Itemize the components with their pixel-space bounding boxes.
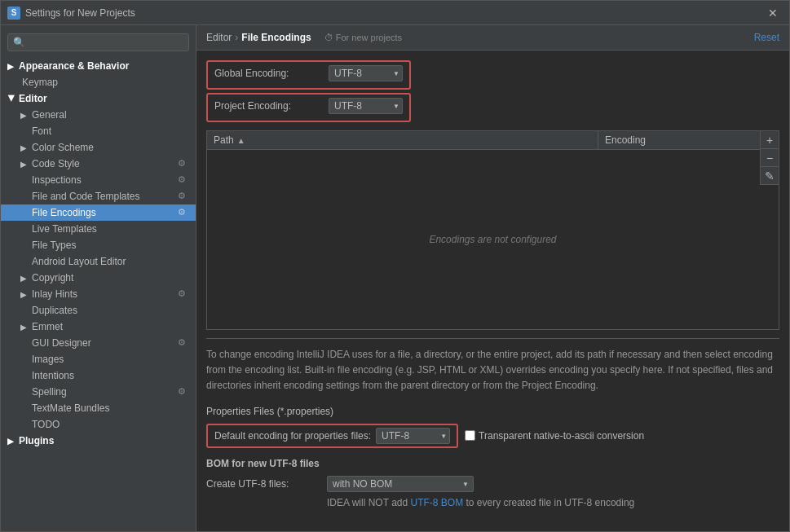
sidebar-item-live-templates[interactable]: Live Templates — [1, 221, 196, 237]
color-arrow-icon: ▶ — [20, 143, 29, 152]
sidebar-item-appearance[interactable]: ▶ Appearance & Behavior — [1, 58, 196, 74]
window-title: Settings for New Projects — [25, 7, 763, 19]
title-bar: S Settings for New Projects ✕ — [1, 1, 789, 25]
sidebar-item-file-encodings[interactable]: File Encodings ⚙ — [1, 204, 196, 221]
default-encoding-label: Default encoding for properties files: — [214, 430, 371, 442]
breadcrumb: Editor › File Encodings — [206, 32, 311, 43]
sidebar-item-emmet[interactable]: ▶ Emmet — [1, 319, 196, 335]
sidebar-item-android-layout-editor[interactable]: Android Layout Editor — [1, 253, 196, 270]
sidebar-item-font[interactable]: Font — [1, 123, 196, 139]
reset-button[interactable]: Reset — [754, 32, 779, 43]
sidebar-item-keymap[interactable]: Keymap — [1, 74, 196, 90]
sidebar-item-gui-designer[interactable]: GUI Designer ⚙ — [1, 335, 196, 351]
right-panel: Editor › File Encodings ⏱ For new projec… — [196, 25, 789, 531]
file-types-arrow-spacer — [20, 241, 29, 250]
sidebar-item-inspections[interactable]: Inspections ⚙ — [1, 172, 196, 188]
search-input[interactable] — [7, 33, 189, 51]
for-new-projects-label: ⏱ For new projects — [324, 33, 402, 42]
bom-info-text: IDEA will NOT add UTF-8 BOM to every cre… — [327, 497, 779, 508]
right-body: Global Encoding: UTF-8 UTF-16 ISO-8859-1 — [196, 51, 789, 531]
bom-select[interactable]: with NO BOM with BOM with BOM (macOS) wi… — [327, 476, 474, 492]
font-arrow-spacer — [20, 127, 29, 136]
table-body: Encodings are not configured — [207, 150, 779, 329]
breadcrumb-parent: Editor — [206, 32, 232, 43]
remove-button[interactable]: − — [761, 149, 779, 167]
spelling-arrow-spacer — [20, 388, 29, 397]
sidebar-item-inlay-hints[interactable]: ▶ Inlay Hints ⚙ — [1, 286, 196, 302]
sidebar-item-todo[interactable]: TODO — [1, 416, 196, 433]
sidebar: ▶ Appearance & Behavior Keymap ▶ Editor … — [1, 25, 196, 531]
breadcrumb-separator: › — [235, 32, 238, 43]
sidebar-item-images[interactable]: Images — [1, 351, 196, 367]
project-encoding-label: Project Encoding: — [214, 100, 329, 112]
create-utf8-label: Create UTF-8 files: — [206, 478, 320, 490]
android-arrow-spacer — [20, 257, 29, 266]
sidebar-item-plugins[interactable]: ▶ Plugins — [1, 433, 196, 449]
utf8-bom-link[interactable]: UTF-8 BOM — [410, 497, 463, 508]
edit-button[interactable]: ✎ — [761, 167, 779, 185]
settings-window: S Settings for New Projects ✕ ▶ Appearan… — [0, 0, 790, 532]
code-style-icon: ⚙ — [178, 158, 189, 169]
close-button[interactable]: ✕ — [763, 5, 783, 21]
sidebar-item-color-scheme[interactable]: ▶ Color Scheme — [1, 139, 196, 156]
right-header: Editor › File Encodings ⏱ For new projec… — [196, 25, 789, 51]
gui-arrow-spacer — [20, 339, 29, 348]
table-header: Path ▲ Encoding — [207, 131, 779, 150]
properties-select-wrapper: UTF-8 UTF-16 ISO-8859-1 — [376, 428, 450, 444]
spelling-icon: ⚙ — [178, 386, 189, 398]
sidebar-item-file-code-templates[interactable]: File and Code Templates ⚙ — [1, 188, 196, 204]
properties-section-label: Properties Files (*.properties) — [206, 406, 779, 417]
arrow-spacer — [11, 78, 19, 87]
intentions-arrow-spacer — [20, 372, 29, 380]
sidebar-item-file-types[interactable]: File Types — [1, 237, 196, 253]
editor-arrow-icon: ▶ — [7, 95, 16, 103]
sidebar-item-editor[interactable]: ▶ Editor — [1, 90, 196, 107]
breadcrumb-current: File Encodings — [241, 32, 311, 43]
inspections-arrow-spacer — [20, 176, 29, 185]
global-encoding-select[interactable]: UTF-8 UTF-16 ISO-8859-1 — [329, 65, 403, 81]
sidebar-item-general[interactable]: ▶ General — [1, 107, 196, 123]
file-encodings-icon: ⚙ — [178, 207, 189, 218]
encodings-arrow-spacer — [20, 209, 29, 218]
path-column-header: Path ▲ — [207, 131, 598, 149]
arrow-icon: ▶ — [7, 62, 15, 71]
path-table-container: Path ▲ Encoding Encodings are not config… — [206, 130, 779, 330]
copyright-arrow-icon: ▶ — [20, 274, 29, 283]
sidebar-item-duplicates[interactable]: Duplicates — [1, 302, 196, 319]
properties-encoding-box: Default encoding for properties files: U… — [206, 424, 458, 448]
textmate-arrow-spacer — [20, 404, 29, 413]
empty-message: Encodings are not configured — [429, 234, 556, 245]
sidebar-item-code-style[interactable]: ▶ Code Style ⚙ — [1, 156, 196, 172]
emmet-arrow-icon: ▶ — [20, 323, 29, 332]
bom-section-label: BOM for new UTF-8 files — [206, 458, 779, 469]
sidebar-item-copyright[interactable]: ▶ Copyright — [1, 270, 196, 286]
add-button[interactable]: + — [761, 131, 779, 149]
transparent-checkbox-label[interactable]: Transparent native-to-ascii conversion — [465, 430, 644, 442]
bom-row: Create UTF-8 files: with NO BOM with BOM… — [206, 476, 779, 492]
inlay-hints-icon: ⚙ — [178, 288, 189, 300]
transparent-checkbox[interactable] — [465, 430, 475, 441]
description-text: To change encoding IntelliJ IDEA uses fo… — [206, 338, 779, 394]
code-style-arrow-icon: ▶ — [20, 160, 29, 169]
file-code-templates-icon: ⚙ — [178, 191, 189, 202]
templates-arrow-spacer — [20, 192, 29, 201]
bom-section: BOM for new UTF-8 files Create UTF-8 fil… — [206, 458, 779, 508]
table-toolbar: + − ✎ — [760, 131, 779, 185]
properties-encoding-select[interactable]: UTF-8 UTF-16 ISO-8859-1 — [376, 428, 450, 444]
global-encoding-box: Global Encoding: UTF-8 UTF-16 ISO-8859-1 — [206, 60, 411, 90]
inspections-icon: ⚙ — [178, 174, 189, 186]
project-encoding-box: Project Encoding: UTF-8 UTF-16 ISO-8859-… — [206, 93, 411, 122]
project-encoding-row: Project Encoding: UTF-8 UTF-16 ISO-8859-… — [214, 98, 403, 114]
live-templates-arrow-spacer — [20, 225, 29, 234]
sidebar-item-textmate-bundles[interactable]: TextMate Bundles — [1, 400, 196, 416]
main-content: ▶ Appearance & Behavior Keymap ▶ Editor … — [1, 25, 789, 531]
app-icon: S — [7, 7, 20, 20]
inlay-arrow-icon: ▶ — [20, 290, 29, 299]
project-encoding-select[interactable]: UTF-8 UTF-16 ISO-8859-1 — [329, 98, 403, 114]
global-encoding-select-wrapper: UTF-8 UTF-16 ISO-8859-1 — [329, 65, 403, 81]
encoding-column-header: Encoding — [598, 131, 761, 149]
encoding-section: Global Encoding: UTF-8 UTF-16 ISO-8859-1 — [206, 60, 779, 122]
sidebar-item-intentions[interactable]: Intentions — [1, 367, 196, 384]
project-encoding-select-wrapper: UTF-8 UTF-16 ISO-8859-1 — [329, 98, 403, 114]
sidebar-item-spelling[interactable]: Spelling ⚙ — [1, 384, 196, 400]
